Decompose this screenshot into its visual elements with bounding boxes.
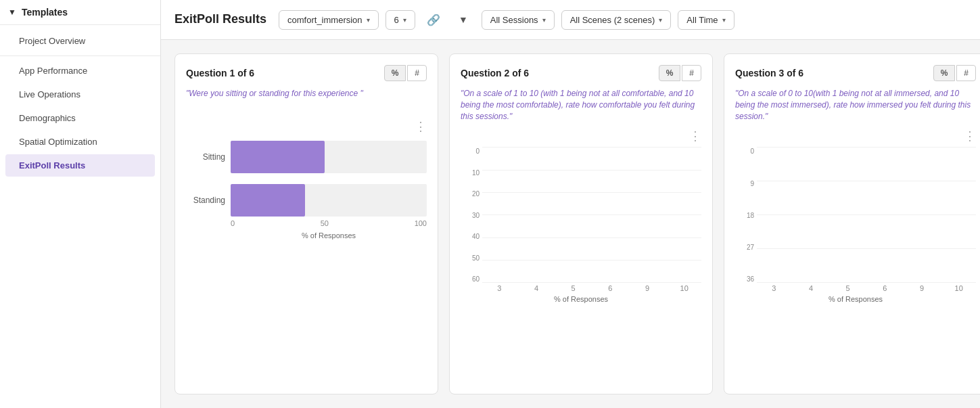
toggle-percent-1[interactable]: % xyxy=(384,65,406,81)
page-title: ExitPoll Results xyxy=(174,12,266,27)
chevron-down-icon: ▾ xyxy=(722,16,726,24)
chevron-down-icon: ▾ xyxy=(659,16,662,24)
question-card-1: Question 1 of 6 % # "Were you sitting or… xyxy=(174,53,438,394)
card-title-2: Question 2 of 6 xyxy=(461,68,529,78)
toggle-hash-2[interactable]: # xyxy=(682,65,701,81)
sidebar-item-live-operations[interactable]: Live Operations xyxy=(5,83,155,106)
more-options-icon-2[interactable]: ⋮ xyxy=(689,130,701,142)
vbar-graph-3: 36 27 18 9 0 xyxy=(735,148,976,283)
hbar-label-standing: Standing xyxy=(186,196,225,205)
chevron-down-icon: ▾ xyxy=(403,16,406,24)
question-card-3: Question 3 of 6 % # "On a scale of 0 to … xyxy=(724,53,980,394)
header: ExitPoll Results comfort_immersion ▾ 6 ▾… xyxy=(161,0,980,40)
sidebar-nav: Project Overview App Performance Live Op… xyxy=(0,25,160,181)
more-options-icon-1[interactable]: ⋮ xyxy=(415,120,427,133)
xaxis-50: 50 xyxy=(321,219,329,227)
hbar-row-sitting: Sitting xyxy=(186,141,427,173)
hbar-xlabel-1: % of Responses xyxy=(186,231,427,240)
question-card-2: Question 2 of 6 % # "On a scale of 1 to … xyxy=(449,53,713,394)
number-dropdown[interactable]: 6 ▾ xyxy=(386,10,415,30)
sidebar-item-exitpoll-results[interactable]: ExitPoll Results xyxy=(5,154,155,177)
vbar-chart-3: 36 27 18 9 0 xyxy=(735,145,976,303)
vbar-xlabel-label-3: % of Responses xyxy=(735,295,976,303)
sidebar-item-project-overview[interactable]: Project Overview xyxy=(5,30,155,52)
main-content: ExitPoll Results comfort_immersion ▾ 6 ▾… xyxy=(161,0,980,408)
vbar-xlabels-3: 3 4 5 6 9 10 xyxy=(735,284,976,292)
hbar-fill-sitting xyxy=(231,141,325,173)
vbar-yaxis-2: 60 50 40 30 20 10 0 xyxy=(461,148,480,283)
vbar-xlabels-2: 3 4 5 6 9 10 xyxy=(461,284,701,292)
sidebar-header[interactable]: ▼ Templates xyxy=(0,0,160,25)
vbar-xlabel-label-2: % of Responses xyxy=(461,295,701,303)
xaxis-0: 0 xyxy=(231,219,235,227)
scenes-dropdown[interactable]: All Scenes (2 scenes) ▾ xyxy=(561,10,672,30)
card-toggle-3: % # xyxy=(933,65,976,81)
experience-dropdown[interactable]: comfort_immersion ▾ xyxy=(279,10,379,30)
sidebar-item-spatial-optimization[interactable]: Spatial Optimization xyxy=(5,131,155,153)
sidebar-item-app-performance[interactable]: App Performance xyxy=(5,60,155,82)
hbar-xaxis-1: 0 50 100 xyxy=(186,217,427,227)
toggle-hash-1[interactable]: # xyxy=(407,65,427,81)
hbar-fill-standing xyxy=(231,184,305,217)
chevron-down-icon: ▾ xyxy=(367,16,370,24)
card-header-2: Question 2 of 6 % # xyxy=(461,65,701,81)
hbar-track-standing xyxy=(231,184,427,217)
chevron-down-icon: ▼ xyxy=(8,7,16,17)
more-options-icon-3[interactable]: ⋮ xyxy=(964,130,976,142)
sidebar-divider xyxy=(0,55,160,56)
card-question-1: "Were you sitting or standing for this e… xyxy=(186,88,427,112)
chart-q2: 60 50 40 30 20 10 0 xyxy=(461,145,701,383)
card-question-3: "On a scale of 0 to 10(with 1 being not … xyxy=(735,88,976,122)
hbar-chart-1: Sitting Standing xyxy=(186,135,427,217)
chain-icon-button[interactable]: 🔗 xyxy=(422,8,445,31)
card-header-3: Question 3 of 6 % # xyxy=(735,65,976,81)
card-title-1: Question 1 of 6 xyxy=(186,68,254,78)
card-header-1: Question 1 of 6 % # xyxy=(186,65,427,81)
vbar-columns-3 xyxy=(757,148,976,283)
card-title-3: Question 3 of 6 xyxy=(735,68,803,78)
hbar-row-standing: Standing xyxy=(186,184,427,217)
vbar-yaxis-3: 36 27 18 9 0 xyxy=(735,148,754,283)
hbar-track-sitting xyxy=(231,141,427,173)
card-toggle-2: % # xyxy=(659,65,701,81)
chart-q3: 36 27 18 9 0 xyxy=(735,145,976,383)
time-dropdown[interactable]: All Time ▾ xyxy=(678,10,734,30)
chart-q1: Sitting Standing 0 50 100 xyxy=(186,135,427,383)
content-area: Question 1 of 6 % # "Were you sitting or… xyxy=(161,40,980,408)
sidebar: ▼ Templates Project Overview App Perform… xyxy=(0,0,161,408)
sidebar-header-label: Templates xyxy=(22,7,68,18)
chain-icon: 🔗 xyxy=(427,14,440,26)
sessions-dropdown[interactable]: All Sessions ▾ xyxy=(482,10,555,30)
filter-icon-button[interactable]: ▼ xyxy=(452,8,475,31)
chevron-down-icon: ▾ xyxy=(542,16,546,24)
card-toggle-1: % # xyxy=(384,65,427,81)
toggle-hash-3[interactable]: # xyxy=(956,65,976,81)
vbar-graph-2: 60 50 40 30 20 10 0 xyxy=(461,148,701,283)
sidebar-item-demographics[interactable]: Demographics xyxy=(5,107,155,129)
hbar-label-sitting: Sitting xyxy=(186,152,225,162)
vbar-columns-2 xyxy=(482,148,701,283)
vbar-chart-2: 60 50 40 30 20 10 0 xyxy=(461,145,701,303)
toggle-percent-2[interactable]: % xyxy=(659,65,681,81)
toggle-percent-3[interactable]: % xyxy=(933,65,956,81)
xaxis-100: 100 xyxy=(415,219,427,227)
card-question-2: "On a scale of 1 to 10 (with 1 being not… xyxy=(461,88,701,122)
filter-icon: ▼ xyxy=(459,14,468,25)
